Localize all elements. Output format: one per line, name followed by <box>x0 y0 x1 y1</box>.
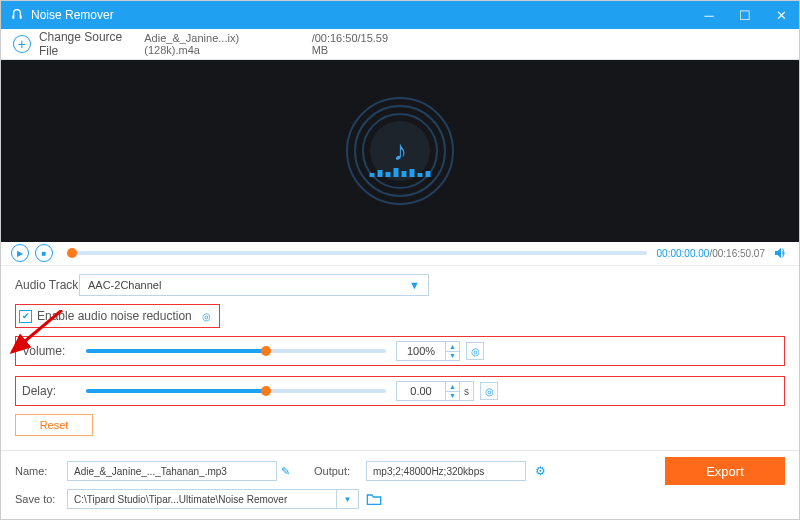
app-logo-icon <box>9 7 25 23</box>
change-source-icon[interactable]: + <box>13 35 31 53</box>
delay-unit: s <box>460 381 474 401</box>
output-field: mp3;2;48000Hz;320kbps <box>366 461 526 481</box>
output-settings-icon[interactable]: ⚙ <box>532 463 548 479</box>
bottom-panel: Name: Adie_&_Janine_..._Tahanan_.mp3 ✎ O… <box>1 450 799 519</box>
chevron-down-icon: ▼ <box>409 279 420 291</box>
saveto-label: Save to: <box>15 493 67 505</box>
name-label: Name: <box>15 465 67 477</box>
preview-stage: ♪ <box>1 60 799 241</box>
svg-rect-0 <box>12 15 14 19</box>
titlebar: Noise Remover ─ ☐ ✕ <box>1 1 799 29</box>
seek-slider[interactable] <box>69 251 647 255</box>
equalizer-icon <box>370 168 431 177</box>
settings-panel: Audio Track AAC-2Channel▼ ✔ Enable audio… <box>1 266 799 450</box>
edit-name-icon[interactable]: ✎ <box>281 465 290 478</box>
change-source-button[interactable]: Change Source File <box>39 30 144 58</box>
reset-button[interactable]: Reset <box>15 414 93 436</box>
delay-slider[interactable] <box>86 389 386 393</box>
volume-value: 100% <box>396 341 446 361</box>
close-button[interactable]: ✕ <box>763 1 799 29</box>
name-field: Adie_&_Janine_..._Tahanan_.mp3 <box>67 461 277 481</box>
noise-reduction-checkbox[interactable]: ✔ <box>19 310 32 323</box>
volume-label: Volume: <box>22 344 86 358</box>
saveto-dropdown[interactable]: ▼ <box>337 489 359 509</box>
minimize-button[interactable]: ─ <box>691 1 727 29</box>
output-label: Output: <box>314 465 366 477</box>
volume-slider[interactable] <box>86 349 386 353</box>
noise-reduction-settings-icon[interactable]: ◎ <box>198 307 216 325</box>
svg-rect-1 <box>20 15 22 19</box>
maximize-button[interactable]: ☐ <box>727 1 763 29</box>
export-button[interactable]: Export <box>665 457 785 485</box>
audio-track-select[interactable]: AAC-2Channel▼ <box>79 274 429 296</box>
playback-time: 00:00:00.00/00:16:50.07 <box>657 248 765 259</box>
delay-label: Delay: <box>22 384 86 398</box>
audio-track-label: Audio Track <box>15 278 79 292</box>
volume-apply-icon[interactable]: ◎ <box>466 342 484 360</box>
play-button[interactable]: ▶ <box>11 244 29 262</box>
stop-button[interactable]: ■ <box>35 244 53 262</box>
volume-row: Volume: 100% ▲▼ ◎ <box>15 336 785 366</box>
delay-value: 0.00 <box>396 381 446 401</box>
player-bar: ▶ ■ 00:00:00.00/00:16:50.07 <box>1 242 799 266</box>
open-folder-icon[interactable] <box>365 491 383 507</box>
audio-visual-icon: ♪ <box>346 97 454 205</box>
noise-reduction-label: Enable audio noise reduction <box>37 309 192 323</box>
window-title: Noise Remover <box>31 8 114 22</box>
delay-apply-icon[interactable]: ◎ <box>480 382 498 400</box>
delay-stepper[interactable]: ▲▼ <box>446 381 460 401</box>
source-bar: + Change Source File Adie_&_Janine...ix)… <box>1 29 799 60</box>
source-filename: Adie_&_Janine...ix)(128k).m4a <box>144 32 293 56</box>
saveto-field: C:\Tipard Studio\Tipar...Ultimate\Noise … <box>67 489 337 509</box>
window: Noise Remover ─ ☐ ✕ + Change Source File… <box>0 0 800 520</box>
volume-icon[interactable] <box>773 245 789 261</box>
source-info: /00:16:50/15.59 MB <box>312 32 407 56</box>
volume-stepper[interactable]: ▲▼ <box>446 341 460 361</box>
delay-row: Delay: 0.00 ▲▼ s ◎ <box>15 376 785 406</box>
